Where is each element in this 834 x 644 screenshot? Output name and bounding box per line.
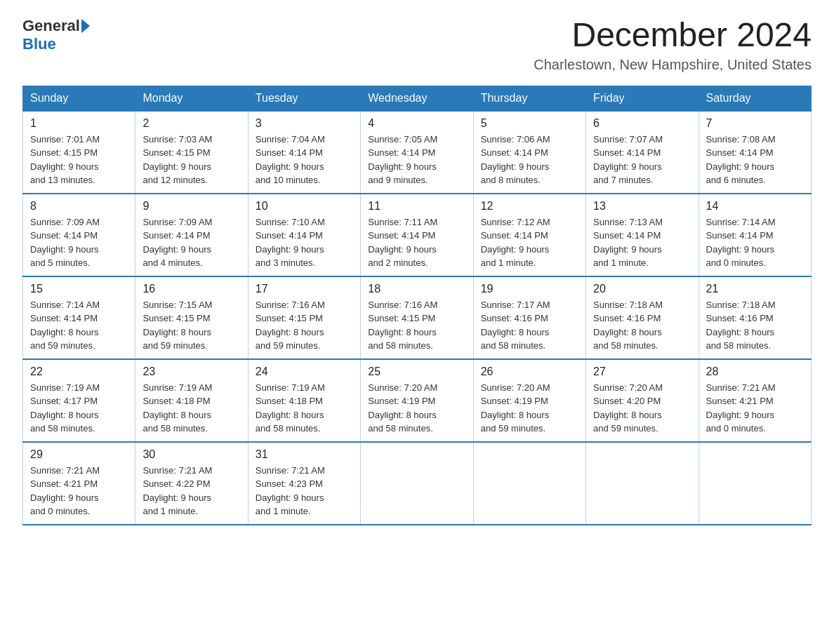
day-number: 28 [706, 365, 804, 378]
calendar-cell: 2 Sunrise: 7:03 AMSunset: 4:15 PMDayligh… [135, 111, 248, 194]
day-number: 17 [256, 283, 353, 295]
calendar-week-row: 8 Sunrise: 7:09 AMSunset: 4:14 PMDayligh… [23, 194, 812, 276]
day-number: 20 [593, 283, 691, 295]
day-number: 12 [481, 200, 578, 213]
calendar-cell: 31 Sunrise: 7:21 AMSunset: 4:23 PMDaylig… [248, 442, 360, 525]
calendar-cell: 5 Sunrise: 7:06 AMSunset: 4:14 PMDayligh… [473, 111, 585, 194]
day-number: 18 [368, 283, 465, 295]
day-number: 8 [30, 200, 128, 213]
calendar-cell: 15 Sunrise: 7:14 AMSunset: 4:14 PMDaylig… [23, 276, 135, 359]
header-tuesday: Tuesday [248, 86, 360, 111]
day-info: Sunrise: 7:18 AMSunset: 4:16 PMDaylight:… [593, 298, 691, 353]
header-friday: Friday [586, 86, 699, 111]
day-number: 3 [256, 117, 353, 130]
calendar-cell: 1 Sunrise: 7:01 AMSunset: 4:15 PMDayligh… [23, 111, 135, 194]
logo-arrow-icon [81, 19, 90, 33]
calendar-cell: 7 Sunrise: 7:08 AMSunset: 4:14 PMDayligh… [699, 111, 811, 194]
day-number: 30 [143, 448, 240, 461]
calendar-cell: 21 Sunrise: 7:18 AMSunset: 4:16 PMDaylig… [699, 276, 811, 359]
calendar-week-row: 29 Sunrise: 7:21 AMSunset: 4:21 PMDaylig… [23, 442, 812, 525]
day-info: Sunrise: 7:18 AMSunset: 4:16 PMDaylight:… [706, 298, 804, 353]
day-info: Sunrise: 7:01 AMSunset: 4:15 PMDaylight:… [30, 133, 128, 187]
logo-blue-text: Blue [22, 35, 56, 53]
calendar-cell: 22 Sunrise: 7:19 AMSunset: 4:17 PMDaylig… [23, 359, 135, 442]
day-number: 4 [368, 117, 465, 130]
calendar-cell: 14 Sunrise: 7:14 AMSunset: 4:14 PMDaylig… [699, 194, 811, 276]
calendar-cell: 18 Sunrise: 7:16 AMSunset: 4:15 PMDaylig… [361, 276, 473, 359]
day-info: Sunrise: 7:13 AMSunset: 4:14 PMDaylight:… [593, 215, 691, 270]
day-info: Sunrise: 7:06 AMSunset: 4:14 PMDaylight:… [481, 133, 578, 187]
day-number: 27 [593, 365, 691, 378]
calendar-cell: 30 Sunrise: 7:21 AMSunset: 4:22 PMDaylig… [135, 442, 248, 525]
day-number: 11 [368, 200, 465, 213]
day-info: Sunrise: 7:04 AMSunset: 4:14 PMDaylight:… [256, 133, 353, 187]
header-sunday: Sunday [23, 86, 135, 111]
calendar-table: Sunday Monday Tuesday Wednesday Thursday… [22, 86, 812, 525]
calendar-cell [699, 442, 811, 525]
day-info: Sunrise: 7:05 AMSunset: 4:14 PMDaylight:… [368, 133, 465, 187]
calendar-cell: 26 Sunrise: 7:20 AMSunset: 4:19 PMDaylig… [473, 359, 585, 442]
calendar-cell: 13 Sunrise: 7:13 AMSunset: 4:14 PMDaylig… [586, 194, 699, 276]
day-number: 10 [256, 200, 353, 213]
calendar-cell: 19 Sunrise: 7:17 AMSunset: 4:16 PMDaylig… [473, 276, 585, 359]
day-number: 24 [256, 365, 353, 378]
day-info: Sunrise: 7:21 AMSunset: 4:22 PMDaylight:… [143, 464, 240, 518]
calendar-week-row: 1 Sunrise: 7:01 AMSunset: 4:15 PMDayligh… [23, 111, 812, 194]
calendar-cell: 29 Sunrise: 7:21 AMSunset: 4:21 PMDaylig… [23, 442, 135, 525]
calendar-cell: 16 Sunrise: 7:15 AMSunset: 4:15 PMDaylig… [135, 276, 248, 359]
day-number: 16 [143, 283, 240, 295]
day-number: 23 [143, 365, 240, 378]
day-number: 14 [706, 200, 804, 213]
day-number: 26 [481, 365, 578, 378]
day-info: Sunrise: 7:12 AMSunset: 4:14 PMDaylight:… [481, 215, 578, 270]
calendar-cell: 27 Sunrise: 7:20 AMSunset: 4:20 PMDaylig… [586, 359, 699, 442]
day-info: Sunrise: 7:21 AMSunset: 4:23 PMDaylight:… [256, 464, 353, 518]
header: General Blue December 2024 Charlestown, … [22, 17, 812, 73]
day-number: 15 [30, 283, 128, 295]
day-info: Sunrise: 7:14 AMSunset: 4:14 PMDaylight:… [30, 298, 128, 353]
day-number: 22 [30, 365, 128, 378]
calendar-cell: 23 Sunrise: 7:19 AMSunset: 4:18 PMDaylig… [135, 359, 248, 442]
day-info: Sunrise: 7:19 AMSunset: 4:18 PMDaylight:… [143, 381, 240, 436]
day-info: Sunrise: 7:09 AMSunset: 4:14 PMDaylight:… [30, 215, 128, 270]
day-info: Sunrise: 7:15 AMSunset: 4:15 PMDaylight:… [143, 298, 240, 353]
day-number: 5 [481, 117, 578, 130]
header-monday: Monday [135, 86, 248, 111]
day-number: 6 [593, 117, 691, 130]
day-info: Sunrise: 7:19 AMSunset: 4:17 PMDaylight:… [30, 381, 128, 436]
day-info: Sunrise: 7:19 AMSunset: 4:18 PMDaylight:… [256, 381, 353, 436]
header-saturday: Saturday [699, 86, 811, 111]
calendar-header-row: Sunday Monday Tuesday Wednesday Thursday… [23, 86, 812, 111]
day-info: Sunrise: 7:16 AMSunset: 4:15 PMDaylight:… [368, 298, 465, 353]
calendar-cell: 12 Sunrise: 7:12 AMSunset: 4:14 PMDaylig… [473, 194, 585, 276]
calendar-cell: 28 Sunrise: 7:21 AMSunset: 4:21 PMDaylig… [699, 359, 811, 442]
month-title: December 2024 [534, 17, 812, 54]
day-number: 13 [593, 200, 691, 213]
calendar-cell: 10 Sunrise: 7:10 AMSunset: 4:14 PMDaylig… [248, 194, 360, 276]
day-info: Sunrise: 7:14 AMSunset: 4:14 PMDaylight:… [706, 215, 804, 270]
day-info: Sunrise: 7:21 AMSunset: 4:21 PMDaylight:… [706, 381, 804, 436]
day-number: 1 [30, 117, 128, 130]
calendar-cell: 8 Sunrise: 7:09 AMSunset: 4:14 PMDayligh… [23, 194, 135, 276]
calendar-cell [473, 442, 585, 525]
day-info: Sunrise: 7:10 AMSunset: 4:14 PMDaylight:… [256, 215, 353, 270]
day-info: Sunrise: 7:16 AMSunset: 4:15 PMDaylight:… [256, 298, 353, 353]
logo: General Blue [22, 17, 91, 53]
calendar-cell: 9 Sunrise: 7:09 AMSunset: 4:14 PMDayligh… [135, 194, 248, 276]
calendar-cell: 6 Sunrise: 7:07 AMSunset: 4:14 PMDayligh… [586, 111, 699, 194]
day-info: Sunrise: 7:08 AMSunset: 4:14 PMDaylight:… [706, 133, 804, 187]
day-number: 21 [706, 283, 804, 295]
calendar-cell: 17 Sunrise: 7:16 AMSunset: 4:15 PMDaylig… [248, 276, 360, 359]
day-number: 31 [256, 448, 353, 461]
day-info: Sunrise: 7:07 AMSunset: 4:14 PMDaylight:… [593, 133, 691, 187]
day-number: 9 [143, 200, 240, 213]
day-info: Sunrise: 7:20 AMSunset: 4:19 PMDaylight:… [481, 381, 578, 436]
day-info: Sunrise: 7:11 AMSunset: 4:14 PMDaylight:… [368, 215, 465, 270]
day-number: 2 [143, 117, 240, 130]
calendar-cell: 3 Sunrise: 7:04 AMSunset: 4:14 PMDayligh… [248, 111, 360, 194]
day-info: Sunrise: 7:20 AMSunset: 4:20 PMDaylight:… [593, 381, 691, 436]
title-area: December 2024 Charlestown, New Hampshire… [534, 17, 812, 73]
calendar-cell: 20 Sunrise: 7:18 AMSunset: 4:16 PMDaylig… [586, 276, 699, 359]
calendar-cell [586, 442, 699, 525]
calendar-cell: 24 Sunrise: 7:19 AMSunset: 4:18 PMDaylig… [248, 359, 360, 442]
